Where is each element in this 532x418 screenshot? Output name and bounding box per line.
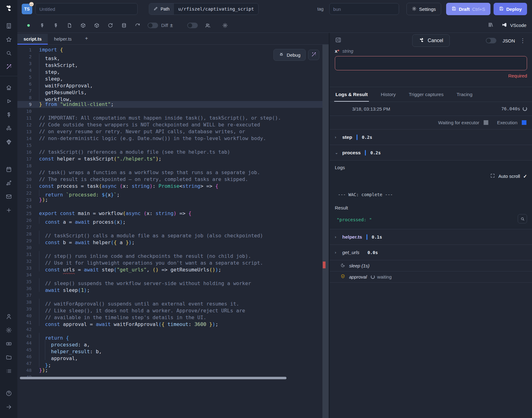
- panel-tab-trigger-captures[interactable]: Trigger captures: [409, 87, 443, 102]
- sidebar-wand-icon[interactable]: [0, 60, 17, 73]
- code-line-29[interactable]: 29const b = await helper({ a });: [17, 237, 329, 244]
- code-line-16[interactable]: 16// taskScript() references a module fi…: [17, 149, 329, 156]
- run-summary-row[interactable]: 3/18, 03:13:25 PM 76.040s: [330, 102, 532, 116]
- sidebar-folder-icon[interactable]: [0, 350, 17, 364]
- sidebar-building-icon[interactable]: [0, 19, 17, 33]
- code-line-31[interactable]: 31// step() runs inline code and checkpo…: [17, 251, 329, 258]
- code-line-41[interactable]: 41const approval = await waitForApproval…: [17, 319, 329, 326]
- sidebar-dollar-icon[interactable]: [0, 108, 17, 121]
- code-line-24[interactable]: 24: [17, 203, 329, 210]
- timeline-step-process[interactable]: ⌄process0.2s: [330, 145, 532, 160]
- code-line-36[interactable]: 36await sleep(1);: [17, 285, 329, 292]
- code-line-28[interactable]: 28// taskScript() calls a module file as…: [17, 231, 329, 237]
- script-title-input[interactable]: [35, 3, 138, 15]
- code-line-12[interactable]: 12// Code outside these wrappers is NOT …: [17, 121, 329, 128]
- timeline-step-helper.ts[interactable]: ›helper.ts0.1s: [330, 229, 532, 244]
- tag-input[interactable]: [329, 3, 399, 15]
- kebab-menu-icon[interactable]: ⋮: [519, 37, 527, 44]
- code-line-46[interactable]: 46approval,: [17, 353, 329, 360]
- collapse-panel-icon[interactable]: [335, 37, 343, 45]
- code-line-15[interactable]: 15: [17, 142, 329, 149]
- variable-icon[interactable]: [35, 20, 49, 30]
- code-line-11[interactable]: 11// IMPORTANT: All computation must hap…: [17, 115, 329, 121]
- code-line-38[interactable]: 38// waitForApproval() suspends until an…: [17, 299, 329, 306]
- panel-tab-tracing[interactable]: Tracing: [457, 87, 472, 102]
- timeline-event-sleep-1s-[interactable]: sleep (1s): [330, 260, 532, 271]
- sidebar-mail-icon[interactable]: [0, 190, 17, 203]
- timeline-step-step[interactable]: ›step0.2s: [330, 129, 532, 145]
- code-line-17[interactable]: 17const helper = taskScript("./helper.ts…: [17, 156, 329, 162]
- arg-x-input[interactable]: [335, 56, 527, 70]
- sidebar-gear-icon[interactable]: [0, 323, 17, 337]
- sidebar-gem-icon[interactable]: [0, 135, 17, 149]
- code-line-37[interactable]: 37: [17, 292, 329, 299]
- code-line-44[interactable]: 44processed: a,: [17, 340, 329, 346]
- code-line-27[interactable]: 27: [17, 224, 329, 231]
- sidebar-plus-icon[interactable]: [0, 203, 17, 217]
- editor-vertical-scrollbar[interactable]: [322, 45, 329, 418]
- sidebar-user-icon[interactable]: [0, 310, 17, 323]
- sidebar-cubes-icon[interactable]: [0, 121, 17, 135]
- package-icon[interactable]: [76, 20, 90, 30]
- database-icon[interactable]: [117, 20, 131, 30]
- open-in-vscode-button[interactable]: VScode: [502, 22, 526, 29]
- rotate-icon[interactable]: [104, 20, 117, 30]
- code-line-43[interactable]: 43return {: [17, 333, 329, 340]
- search-result-button[interactable]: [518, 214, 527, 223]
- code-line-34[interactable]: 34: [17, 271, 329, 278]
- editor-tab-helper.ts[interactable]: helper.ts: [48, 34, 78, 44]
- json-toggle[interactable]: [486, 38, 496, 43]
- secret-icon[interactable]: [49, 20, 63, 30]
- code-line-19[interactable]: 19// task() wraps a function as a workfl…: [17, 169, 329, 176]
- cancel-run-button[interactable]: Cancel: [412, 34, 450, 47]
- code-line-40[interactable]: 40// available in the timeline step's de…: [17, 312, 329, 319]
- draft-button[interactable]: Draft Ctrl+S: [446, 3, 490, 15]
- code-line-30[interactable]: 30: [17, 244, 329, 251]
- code-line-23[interactable]: 23});: [17, 196, 329, 203]
- code-line-39[interactable]: 39// Like sleep(), it does not hold a wo…: [17, 306, 329, 312]
- new-tab-button[interactable]: +: [78, 33, 95, 44]
- windmill-logo-icon[interactable]: [5, 4, 13, 13]
- sidebar-search-icon[interactable]: [0, 46, 17, 60]
- timeline-event-approval[interactable]: approvalwaiting: [330, 271, 532, 282]
- sidebar-list-icon[interactable]: [0, 364, 17, 378]
- code-line-18[interactable]: 18: [17, 162, 329, 169]
- sidebar-arrow-right-icon[interactable]: [0, 400, 17, 414]
- script-path-value[interactable]: u/rfiszel/captivating_script: [174, 3, 258, 15]
- code-line-10[interactable]: 10: [17, 108, 329, 115]
- code-line-21[interactable]: 21const process = task(async (x: string)…: [17, 183, 329, 190]
- code-line-22[interactable]: 22return `processed: ${x}`;: [17, 190, 329, 196]
- diff-toggle[interactable]: [148, 23, 158, 28]
- sidebar-home-icon[interactable]: [0, 81, 17, 94]
- edit-path-button[interactable]: Path: [149, 3, 174, 15]
- code-line-48[interactable]: 48});: [17, 367, 329, 374]
- timeline-step-get_urls[interactable]: ›get_urls0.0s: [330, 244, 532, 260]
- code-line-13[interactable]: 13// on every resume or retry. Never put…: [17, 128, 329, 135]
- expand-icon[interactable]: [490, 173, 495, 179]
- library-icon[interactable]: [488, 22, 494, 29]
- code-line-8[interactable]: 8workflow,: [17, 94, 329, 101]
- code-line-9[interactable]: 9} from "windmill-client";: [17, 101, 329, 108]
- deploy-button[interactable]: Deploy: [494, 3, 527, 15]
- code-line-14[interactable]: 14// non-deterministic logic (e.g. Date.…: [17, 135, 329, 142]
- check-icon[interactable]: ✓: [523, 174, 527, 179]
- panel-tab-logs-result[interactable]: Logs & Result: [335, 87, 368, 102]
- code-line-26[interactable]: 26const a = await process(x);: [17, 217, 329, 224]
- code-line-45[interactable]: 45helper_result: b,: [17, 346, 329, 353]
- sidebar-route-icon[interactable]: [0, 176, 17, 190]
- code-editor[interactable]: Debug 1import {2task,3taskScript,4step,5…: [17, 45, 329, 418]
- refresh-icon[interactable]: [131, 20, 144, 30]
- code-line-25[interactable]: 25export const main = workflow(async (x:…: [17, 210, 329, 217]
- sidebar-play-icon[interactable]: [0, 94, 17, 108]
- sidebar-help-icon[interactable]: [0, 386, 17, 400]
- code-line-35[interactable]: 35// sleep() suspends the workflow serve…: [17, 278, 329, 285]
- code-line-32[interactable]: 32// Use it for lightweight operations y…: [17, 258, 329, 265]
- code-line-5[interactable]: 5sleep,: [17, 74, 329, 81]
- code-line-33[interactable]: 33const urls = await step("get_urls", ()…: [17, 265, 329, 271]
- panel-tab-history[interactable]: History: [381, 87, 396, 102]
- code-line-20[interactable]: 20// The result is checkpointed — on ret…: [17, 176, 329, 183]
- debug-button[interactable]: Debug: [273, 49, 306, 61]
- sidebar-calendar-icon[interactable]: [0, 162, 17, 176]
- editor-horizontal-scrollbar[interactable]: [20, 377, 286, 379]
- dependency-icon[interactable]: [90, 20, 104, 30]
